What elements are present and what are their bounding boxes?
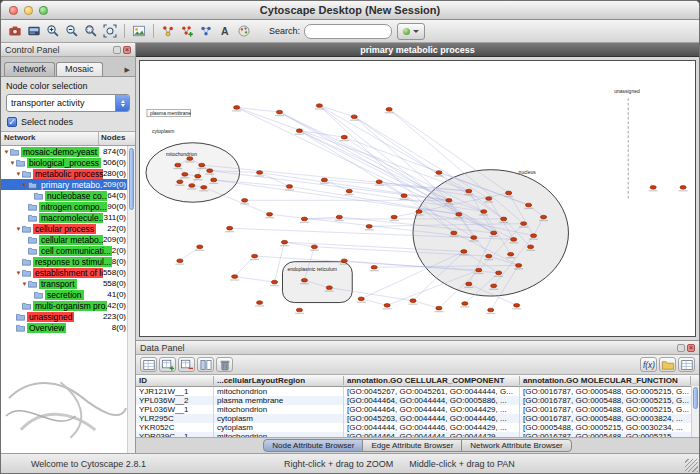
scrollbar-thumb[interactable] (129, 148, 134, 210)
node[interactable] (481, 210, 487, 214)
table-cell[interactable]: YKR052C (136, 423, 214, 432)
tree-item-unassigned[interactable]: unassigned223(0) (1, 311, 135, 322)
node[interactable] (476, 268, 482, 272)
node-color-combobox[interactable]: transporter activity (6, 94, 130, 112)
minimize-window-icon[interactable] (24, 6, 33, 15)
node[interactable] (384, 303, 390, 307)
tree-item-cellular-process[interactable]: ▼cellular process22(0) (1, 223, 135, 234)
edge[interactable] (202, 165, 469, 191)
select-attributes-icon[interactable] (140, 357, 157, 372)
table-cell[interactable]: plasma membrane (214, 396, 344, 405)
edge[interactable] (204, 187, 270, 214)
node[interactable] (371, 265, 377, 269)
table-cell[interactable]: [GO:0044464, GO:0044444, GO:0044429, ... (344, 405, 520, 414)
tree-item-macromolecule[interactable]: macromolecule...311(0) (1, 212, 135, 223)
table-cell[interactable]: [GO:0005488, GO:0005215, GO:0030234, ... (520, 423, 691, 432)
node[interactable] (506, 191, 512, 195)
snapshot-icon[interactable] (6, 22, 24, 40)
node[interactable] (446, 199, 452, 203)
node[interactable] (187, 157, 193, 161)
table-row[interactable]: YDR039C__1mitochondrion[GO:0044464, GO:0… (136, 432, 699, 437)
node[interactable] (496, 271, 502, 275)
node[interactable] (281, 240, 287, 244)
node[interactable] (177, 180, 183, 184)
network-canvas[interactable]: plasma membranecytoplasmmitochondrionnuc… (139, 60, 696, 337)
table-cell[interactable]: [GO:0044464, GO:0044444, GO:0005886, ... (344, 396, 520, 405)
node[interactable] (511, 238, 517, 242)
node[interactable] (182, 172, 188, 176)
edge[interactable] (319, 106, 354, 117)
expand-arrow-icon[interactable]: ▼ (15, 270, 22, 276)
node[interactable] (189, 184, 195, 188)
function-builder-icon[interactable]: f(x) (640, 357, 657, 372)
close-panel-icon[interactable]: × (123, 46, 131, 54)
tree-item-cell-communicati[interactable]: cell communicati...2(0) (1, 245, 135, 256)
node[interactable] (680, 185, 686, 189)
node[interactable] (451, 231, 457, 235)
table-cell[interactable]: YLR295C (136, 414, 214, 423)
table-cell[interactable]: YPL036W__1 (136, 405, 214, 414)
node[interactable] (311, 245, 317, 249)
table-cell[interactable]: YPL036W__2 (136, 396, 214, 405)
node[interactable] (521, 222, 527, 226)
table-cell[interactable]: [GO:0016787, GO:0005488, GO:0003824, ... (520, 414, 691, 423)
tab-mosaic[interactable]: Mosaic (56, 62, 103, 76)
node[interactable] (410, 299, 416, 303)
table-cell[interactable]: [GO:0044444, GO:0044446, GO:0044429, ... (344, 423, 520, 432)
first-neighbors-icon[interactable] (159, 22, 177, 40)
node[interactable] (346, 189, 352, 193)
node[interactable] (376, 180, 382, 184)
tree-item-transport[interactable]: ▼transport558(0) (1, 278, 135, 289)
node[interactable] (466, 282, 472, 286)
node[interactable] (271, 280, 277, 284)
zoom-in-icon[interactable] (44, 22, 62, 40)
tree-item-primary-metabo[interactable]: ▼primary metabo...209(0) (1, 179, 135, 190)
scrollbar-thumb[interactable] (693, 387, 698, 409)
node[interactable] (286, 185, 292, 189)
expand-arrow-icon[interactable]: ▼ (21, 182, 28, 188)
table-cell[interactable]: mitochondrion (214, 387, 344, 396)
node[interactable] (416, 210, 422, 214)
titlebar[interactable]: Cytoscape Desktop (New Session) (1, 1, 699, 20)
edge[interactable] (237, 107, 459, 214)
node[interactable] (462, 302, 468, 306)
zoom-fit-icon[interactable] (101, 22, 119, 40)
node[interactable] (508, 252, 514, 256)
table-cell[interactable]: YJR121W__1 (136, 387, 214, 396)
resize-grip[interactable] (685, 459, 698, 472)
table-row[interactable]: YPL036W__1mitochondrion[GO:0044464, GO:0… (136, 405, 699, 414)
tree-scrollbar[interactable] (127, 146, 135, 453)
edge[interactable] (235, 277, 275, 283)
node[interactable] (341, 259, 347, 263)
column-header-cellularlayoutregion[interactable]: ...cellularLayoutRegion (214, 376, 344, 385)
node[interactable] (491, 231, 497, 235)
node[interactable] (488, 308, 494, 312)
node[interactable] (201, 185, 207, 189)
node[interactable] (401, 194, 407, 198)
expand-arrow-icon[interactable]: ▼ (15, 171, 22, 177)
table-cell[interactable]: [GO:0044464, GO:0044444, GO:0044429, ... (344, 432, 520, 437)
column-header-annotation-go-molecular-function[interactable]: annotation.GO MOLECULAR_FUNCTION (520, 376, 691, 385)
select-columns-icon[interactable] (197, 357, 214, 372)
expand-arrow-icon[interactable]: ▼ (3, 149, 10, 155)
tree-item-metabolic-process[interactable]: ▼metabolic process280(0) (1, 168, 135, 179)
node[interactable] (177, 259, 183, 263)
network-graph[interactable]: plasma membranecytoplasmmitochondrionnuc… (140, 61, 695, 336)
node[interactable] (251, 254, 257, 258)
table-cell[interactable]: mitochondrion (214, 432, 344, 437)
table-row[interactable]: YLR295Ccytoplasm[GO:0045263, GO:0044444,… (136, 414, 699, 423)
zoom-out-icon[interactable] (63, 22, 81, 40)
node[interactable] (232, 275, 238, 279)
table-row[interactable]: YJR121W__1mitochondrion[GO:0045267, GO:0… (136, 387, 699, 396)
attribute-matrix-icon[interactable] (678, 357, 695, 372)
tree-item-multi-organism-pro[interactable]: multi-organism pro...42(0) (1, 300, 135, 311)
table-scrollbar[interactable] (691, 386, 699, 437)
column-header-annotation-go-cellular-component[interactable]: annotation.GO CELLULAR_COMPONENT (344, 376, 520, 385)
node[interactable] (326, 286, 332, 290)
node[interactable] (256, 301, 262, 305)
tree-item-cellular-metabo[interactable]: cellular metabo...209(0) (1, 234, 135, 245)
search-options-button[interactable] (397, 23, 425, 40)
node[interactable] (526, 203, 532, 207)
node[interactable] (486, 254, 492, 258)
node[interactable] (650, 185, 656, 189)
